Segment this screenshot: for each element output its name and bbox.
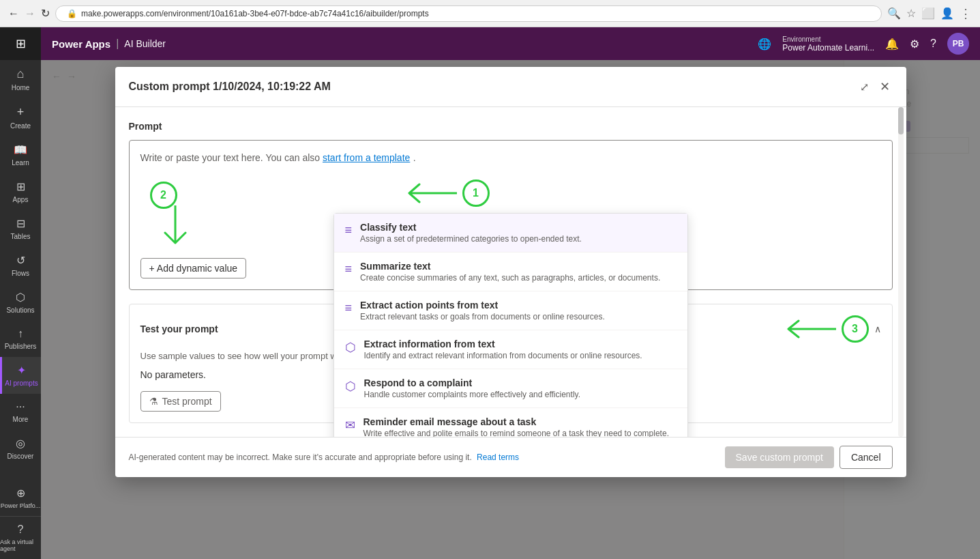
search-icon[interactable]: 🔍 [887, 7, 901, 20]
template-item-classify[interactable]: ≡ Classify text Assign a set of predeter… [334, 214, 687, 253]
tab-icon[interactable]: ⬜ [921, 7, 935, 20]
waffle-icon: ⊞ [16, 36, 26, 51]
extract-action-desc: Extract relevant tasks or goals from doc… [360, 312, 605, 321]
template-item-summarize[interactable]: ≡ Summarize text Create concise summarie… [334, 253, 687, 291]
summarize-title: Summarize text [360, 261, 660, 272]
sidebar-item-create[interactable]: + Create [0, 98, 41, 137]
sidebar-item-ask-agent[interactable]: ? Ask a virtual agent [0, 516, 41, 559]
flows-icon: ↺ [16, 254, 25, 267]
template-item-extract-info[interactable]: ⬡ Extract information from text Identify… [334, 330, 687, 369]
sidebar-label-solutions: Solutions [6, 306, 34, 314]
extract-info-icon: ⬡ [345, 340, 356, 355]
lock-icon: 🔒 [67, 9, 77, 18]
modal-title: Custom prompt 1/10/2024, 10:19:22 AM [129, 81, 857, 93]
globe-icon: 🌐 [758, 38, 771, 51]
sidebar-label-power-platform: Power Platfo... [1, 502, 41, 509]
sidebar-item-publishers[interactable]: ↑ Publishers [0, 321, 41, 357]
sidebar-item-more[interactable]: ··· More [0, 394, 41, 430]
classify-desc: Assign a set of predetermined categories… [360, 234, 582, 244]
ask-agent-icon: ? [18, 524, 24, 536]
profile-icon[interactable]: 👤 [940, 7, 954, 20]
read-terms-link[interactable]: Read terms [477, 453, 519, 462]
sidebar-item-solutions[interactable]: ⬡ Solutions [0, 284, 41, 321]
settings-icon[interactable]: ⚙ [910, 38, 919, 51]
sidebar-label-tables: Tables [11, 233, 31, 240]
start-from-template-link[interactable]: start from a template [323, 152, 410, 163]
sidebar-label-discover: Discover [8, 453, 34, 460]
annotation-circle-1: 1 [462, 180, 490, 207]
waffle-menu[interactable]: ⊞ [0, 27, 41, 60]
url-text: make.powerapps.com/environment/10a161ab-… [81, 9, 429, 18]
sidebar-item-flows[interactable]: ↺ Flows [0, 247, 41, 284]
sidebar-item-apps[interactable]: ⊞ Apps [0, 173, 41, 210]
modal-expand-button[interactable]: ⤢ [857, 78, 872, 96]
sidebar-item-discover[interactable]: ◎ Discover [0, 430, 41, 467]
cancel-button[interactable]: Cancel [840, 446, 893, 469]
prompt-placeholder: Write or paste your text here. You can a… [140, 152, 323, 163]
extract-info-title: Extract information from text [364, 339, 642, 349]
forward-button[interactable]: → [25, 8, 35, 20]
sidebar-label-publishers: Publishers [5, 343, 37, 350]
reminder-title: Reminder email message about a task [363, 416, 669, 427]
sidebar-label-create: Create [10, 122, 31, 130]
ai-prompts-icon: ✦ [17, 364, 26, 377]
topbar-logo: Power Apps [52, 38, 110, 50]
modal-header: Custom prompt 1/10/2024, 10:19:22 AM ⤢ ✕ [115, 67, 906, 107]
bookmark-icon[interactable]: ☆ [906, 7, 916, 20]
template-item-complaint[interactable]: ⬡ Respond to a complaint Handle customer… [334, 369, 687, 408]
environment-info: Environment Power Automate Learni... [782, 35, 874, 53]
refresh-button[interactable]: ↻ [41, 7, 50, 20]
test-prompt-button[interactable]: ⚗ Test prompt [140, 391, 221, 412]
annotation-arrow-2 [158, 205, 192, 253]
scrollbar-thumb [898, 107, 904, 134]
template-item-extract-action[interactable]: ≡ Extract action points from text Extrac… [334, 291, 687, 330]
footer-disclaimer: AI-generated content may be incorrect. M… [129, 453, 719, 462]
user-avatar[interactable]: PB [947, 33, 969, 55]
annotation-arrow-1 [402, 176, 457, 210]
sidebar-label-ask-agent: Ask a virtual agent [0, 539, 41, 552]
topbar-divider: | [116, 38, 119, 50]
annotation-arrow-3 [782, 315, 836, 343]
menu-dots-icon[interactable]: ⋮ [960, 6, 972, 21]
save-custom-prompt-button[interactable]: Save custom prompt [725, 446, 834, 468]
bell-icon[interactable]: 🔔 [885, 38, 899, 51]
more-icon: ··· [16, 401, 25, 413]
sidebar-label-home: Home [12, 84, 30, 91]
publishers-icon: ↑ [18, 328, 23, 340]
extract-info-desc: Identify and extract relevant informatio… [364, 351, 642, 360]
disclaimer-text: AI-generated content may be incorrect. M… [129, 453, 472, 462]
annotation-circle-2: 2 [150, 182, 177, 209]
modal-close-button[interactable]: ✕ [877, 76, 893, 97]
environment-label: Environment [782, 35, 874, 43]
classify-title: Classify text [360, 222, 582, 233]
scrollbar[interactable] [898, 107, 904, 437]
test-collapse-icon[interactable]: ∧ [874, 324, 881, 334]
modal-dialog: Custom prompt 1/10/2024, 10:19:22 AM ⤢ ✕… [115, 67, 906, 477]
modal-body: Prompt Write or paste your text here. Yo… [115, 107, 906, 437]
annotation-circle-3: 3 [842, 315, 869, 343]
url-bar[interactable]: 🔒 make.powerapps.com/environment/10a161a… [55, 5, 882, 22]
complaint-title: Respond to a complaint [364, 377, 580, 388]
sidebar-label-flows: Flows [12, 270, 29, 277]
sidebar-label-learn: Learn [12, 159, 29, 167]
modal-footer: AI-generated content may be incorrect. M… [115, 437, 906, 477]
add-dynamic-value-button[interactable]: + Add dynamic value [140, 258, 247, 278]
sidebar-item-ai-prompts[interactable]: ✦ AI prompts [0, 357, 41, 394]
complaint-icon: ⬡ [345, 379, 356, 394]
sidebar-item-tables[interactable]: ⊟ Tables [0, 210, 41, 247]
extract-action-title: Extract action points from text [360, 300, 605, 311]
sidebar-item-learn[interactable]: 📖 Learn [0, 137, 41, 173]
back-button[interactable]: ← [8, 8, 19, 20]
template-item-reminder[interactable]: ✉ Reminder email message about a task Wr… [334, 408, 687, 437]
sidebar-item-home[interactable]: ⌂ Home [0, 60, 41, 98]
power-platform-icon: ⊕ [16, 487, 25, 500]
sidebar-item-power-platform[interactable]: ⊕ Power Platfo... [0, 480, 41, 516]
test-btn-label: Test prompt [162, 396, 212, 407]
environment-name: Power Automate Learni... [782, 43, 874, 53]
help-icon[interactable]: ? [930, 38, 936, 50]
annotation-1-group: 1 [402, 176, 490, 210]
complaint-desc: Handle customer complaints more effectiv… [364, 390, 580, 399]
summarize-desc: Create concise summaries of any text, su… [360, 273, 660, 283]
topbar-product: AI Builder [124, 38, 166, 49]
sidebar-label-apps: Apps [13, 196, 29, 203]
